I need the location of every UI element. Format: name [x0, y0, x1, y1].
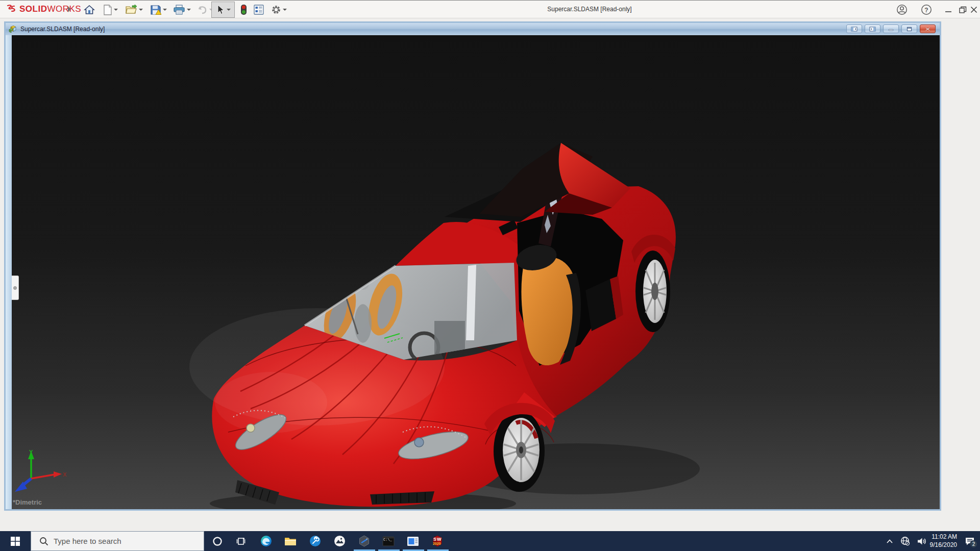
document-title-bar[interactable]: Supercar.SLDASM [Read-only]: [6, 23, 940, 35]
undo-icon: [197, 5, 208, 14]
edge-button[interactable]: [254, 531, 278, 551]
taskbar-search[interactable]: [31, 531, 204, 551]
print-button[interactable]: [170, 2, 193, 17]
account-icon: [896, 4, 908, 15]
photos-icon: [334, 535, 346, 547]
hexagon-app-icon: [358, 535, 370, 547]
chevron-down-icon: [139, 9, 143, 11]
help-icon: ?: [921, 4, 932, 15]
search-input[interactable]: [54, 537, 186, 545]
restore-icon: [906, 27, 912, 32]
help-button[interactable]: ?: [919, 2, 934, 17]
app-title-bar: SOLIDWORKS: [0, 0, 980, 18]
chevron-down-icon: [283, 9, 287, 11]
selection-filter-icon: [240, 4, 247, 15]
terminal-button[interactable]: C:\_: [377, 531, 400, 551]
close-button[interactable]: [968, 2, 980, 17]
solidworks-2020-icon: SW 2020: [431, 535, 444, 547]
action-center-button[interactable]: 2: [960, 531, 980, 551]
app-window-title: Supercar.SLDASM [Read-only]: [541, 6, 638, 13]
svg-text:?: ?: [924, 7, 928, 14]
svg-text:Y: Y: [29, 449, 33, 455]
close-icon: [970, 6, 977, 13]
options-button[interactable]: [267, 2, 290, 17]
svg-text:X: X: [63, 471, 67, 478]
doc-restore-button[interactable]: [901, 24, 917, 33]
tray-show-hidden-button[interactable]: [883, 531, 896, 551]
windows-taskbar: C:\_ SW 2020: [0, 531, 980, 551]
terminal-prompt: C:\_: [383, 538, 392, 542]
account-button[interactable]: [894, 2, 910, 17]
pane-left-icon: [851, 27, 857, 32]
save-button[interactable]: [147, 2, 169, 17]
options-gear-icon: [271, 5, 281, 15]
clock-date: 9/16/2020: [917, 541, 957, 549]
start-button[interactable]: [0, 531, 31, 551]
design-report-icon: [254, 5, 264, 15]
task-view-icon: [236, 536, 246, 546]
network-globe-icon: [900, 536, 910, 546]
home-button[interactable]: [82, 2, 97, 17]
new-document-icon: [103, 5, 112, 15]
clock-time: 11:02 AM: [917, 533, 957, 541]
brand-works: WORKS: [47, 4, 81, 14]
edge-icon: [260, 535, 272, 547]
design-report-button[interactable]: [251, 2, 266, 17]
file-explorer-icon: [284, 536, 297, 546]
notification-badge: 2: [970, 540, 977, 548]
admin-tools-button[interactable]: [303, 531, 327, 551]
new-document-button[interactable]: [100, 2, 121, 17]
minimize-icon: [945, 6, 952, 13]
close-icon: [925, 27, 930, 32]
admin-tools-icon: [309, 535, 321, 547]
chevron-down-icon: [163, 9, 167, 11]
network-button[interactable]: [897, 531, 913, 551]
doc-minimize-button[interactable]: [883, 24, 899, 33]
document-title: Supercar.SLDASM [Read-only]: [20, 26, 105, 33]
pane-right-button[interactable]: [865, 24, 880, 33]
assembly-icon: [8, 25, 17, 33]
restore-icon: [959, 6, 967, 14]
solidworks-app-button[interactable]: SW 2020: [426, 531, 449, 551]
pane-right-icon: [869, 27, 876, 32]
minimize-button[interactable]: [941, 2, 956, 17]
minimize-icon: [888, 27, 894, 31]
handle-dot-icon: [13, 286, 17, 290]
graphics-viewport[interactable]: Y X *Dimetric: [6, 35, 940, 509]
solidworks-logo-icon: [6, 4, 17, 14]
task-view-button[interactable]: [230, 531, 252, 551]
photos-button[interactable]: [328, 531, 351, 551]
start-icon: [11, 537, 20, 546]
open-folder-icon: [125, 5, 137, 15]
select-cursor-icon: [216, 5, 225, 15]
chevron-down-icon: [227, 9, 231, 11]
chevron-down-icon: [187, 9, 191, 11]
cortana-button[interactable]: [206, 531, 229, 551]
document-window: Supercar.SLDASM [Read-only]: [4, 21, 941, 511]
feature-manager-expand-handle[interactable]: [12, 276, 19, 300]
chevron-down-icon: [114, 9, 118, 11]
search-icon: [39, 537, 48, 546]
toolbar-flyout-arrow[interactable]: [68, 6, 71, 12]
doc-close-button[interactable]: [920, 24, 936, 33]
file-explorer-button[interactable]: [279, 531, 302, 551]
pane-left-button[interactable]: [846, 24, 862, 33]
feature-manager-collapsed-strip: [6, 35, 12, 509]
brand-solid: SOLID: [19, 4, 47, 14]
media-app-button[interactable]: [401, 531, 425, 551]
selection-filter-button[interactable]: [236, 2, 251, 17]
front-wheel: [494, 410, 545, 492]
hexagon-app-button[interactable]: [352, 531, 376, 551]
tray-chevron-icon: [887, 539, 893, 543]
open-button[interactable]: [122, 2, 145, 17]
media-app-icon: [407, 536, 419, 546]
supercar-3d-model: [6, 35, 940, 509]
view-orientation-label: *Dimetric: [13, 498, 42, 506]
home-icon: [84, 5, 95, 15]
select-tool-button[interactable]: [211, 2, 235, 18]
save-icon: [150, 5, 161, 15]
cortana-icon: [212, 536, 223, 546]
print-icon: [173, 5, 185, 15]
orientation-triad: Y X: [12, 447, 68, 494]
taskbar-clock[interactable]: 11:02 AM 9/16/2020: [917, 533, 957, 549]
